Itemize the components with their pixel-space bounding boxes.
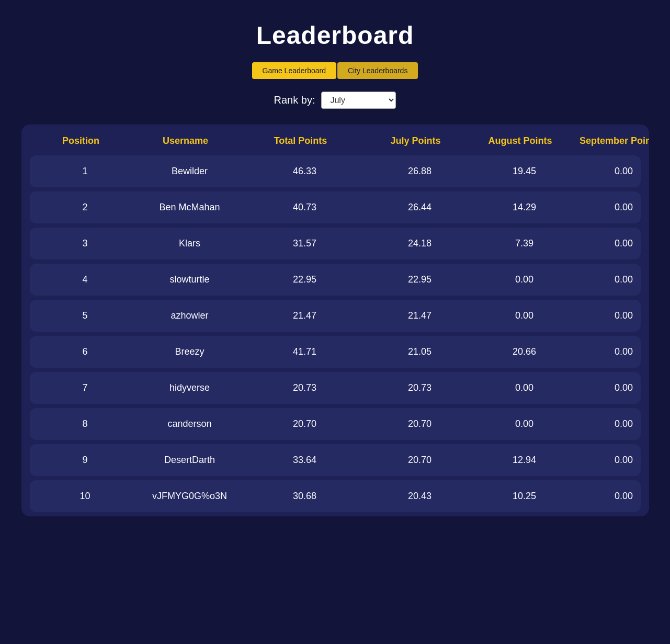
cell-position: 8 — [38, 419, 132, 430]
cell-position: 10 — [38, 491, 132, 502]
table-row: 2Ben McMahan40.7326.4414.290.00 — [30, 191, 641, 223]
cell-july_points: 22.95 — [362, 274, 478, 285]
header-july-points: July Points — [358, 135, 473, 147]
cell-total_points: 20.70 — [247, 419, 362, 430]
cell-september_points: 0.00 — [572, 491, 649, 502]
header-position: Position — [34, 135, 128, 147]
tabs-container: Game Leaderboard City Leaderboards — [10, 62, 660, 79]
table-row: 1Bewilder46.3326.8819.450.00 — [30, 155, 641, 187]
cell-total_points: 22.95 — [247, 274, 362, 285]
table-row: 4slowturtle22.9522.950.000.00 — [30, 264, 641, 296]
tab-city-leaderboards[interactable]: City Leaderboards — [337, 62, 418, 79]
table-row: 8canderson20.7020.700.000.00 — [30, 408, 641, 440]
cell-september_points: 0.00 — [572, 346, 649, 357]
header-september-points: September Points — [567, 135, 649, 147]
leaderboard-table: Position Username Total Points July Poin… — [21, 125, 649, 516]
header-total-points: Total Points — [243, 135, 358, 147]
cell-username: Ben McMahan — [132, 202, 247, 213]
cell-username: slowturtle — [132, 274, 247, 285]
cell-total_points: 41.71 — [247, 346, 362, 357]
cell-username: azhowler — [132, 310, 247, 321]
cell-september_points: 0.00 — [572, 202, 649, 213]
cell-total_points: 33.64 — [247, 455, 362, 466]
cell-july_points: 20.43 — [362, 491, 478, 502]
cell-august_points: 20.66 — [478, 346, 572, 357]
cell-july_points: 21.47 — [362, 310, 478, 321]
table-row: 10vJFMYG0G%o3N30.6820.4310.250.00 — [30, 480, 641, 512]
cell-august_points: 0.00 — [478, 310, 572, 321]
cell-july_points: 20.70 — [362, 419, 478, 430]
cell-september_points: 0.00 — [572, 419, 649, 430]
table-row: 6Breezy41.7121.0520.660.00 — [30, 336, 641, 368]
cell-total_points: 20.73 — [247, 382, 362, 393]
cell-august_points: 7.39 — [478, 238, 572, 249]
cell-total_points: 40.73 — [247, 202, 362, 213]
cell-total_points: 30.68 — [247, 491, 362, 502]
cell-september_points: 0.00 — [572, 238, 649, 249]
table-row: 3Klars31.5724.187.390.00 — [30, 228, 641, 259]
cell-position: 6 — [38, 346, 132, 357]
rank-by-label: Rank by: — [274, 94, 315, 106]
cell-july_points: 21.05 — [362, 346, 478, 357]
cell-july_points: 20.70 — [362, 455, 478, 466]
cell-august_points: 10.25 — [478, 491, 572, 502]
cell-username: vJFMYG0G%o3N — [132, 491, 247, 502]
cell-username: DesertDarth — [132, 455, 247, 466]
cell-position: 4 — [38, 274, 132, 285]
cell-position: 3 — [38, 238, 132, 249]
cell-username: canderson — [132, 419, 247, 430]
cell-august_points: 19.45 — [478, 166, 572, 177]
cell-position: 7 — [38, 382, 132, 393]
table-row: 5azhowler21.4721.470.000.00 — [30, 300, 641, 332]
cell-september_points: 0.00 — [572, 382, 649, 393]
cell-september_points: 0.00 — [572, 310, 649, 321]
table-row: 9DesertDarth33.6420.7012.940.00 — [30, 444, 641, 476]
cell-september_points: 0.00 — [572, 166, 649, 177]
cell-position: 1 — [38, 166, 132, 177]
cell-august_points: 0.00 — [478, 274, 572, 285]
cell-august_points: 0.00 — [478, 419, 572, 430]
cell-username: Breezy — [132, 346, 247, 357]
cell-august_points: 0.00 — [478, 382, 572, 393]
cell-august_points: 14.29 — [478, 202, 572, 213]
cell-username: Klars — [132, 238, 247, 249]
cell-july_points: 20.73 — [362, 382, 478, 393]
cell-total_points: 46.33 — [247, 166, 362, 177]
cell-july_points: 24.18 — [362, 238, 478, 249]
cell-august_points: 12.94 — [478, 455, 572, 466]
cell-position: 2 — [38, 202, 132, 213]
cell-total_points: 21.47 — [247, 310, 362, 321]
cell-username: hidyverse — [132, 382, 247, 393]
cell-july_points: 26.44 — [362, 202, 478, 213]
header-username: Username — [128, 135, 243, 147]
header-august-points: August Points — [473, 135, 567, 147]
cell-july_points: 26.88 — [362, 166, 478, 177]
table-header: Position Username Total Points July Poin… — [26, 125, 645, 155]
cell-september_points: 0.00 — [572, 455, 649, 466]
cell-position: 9 — [38, 455, 132, 466]
table-row: 7hidyverse20.7320.730.000.00 — [30, 372, 641, 404]
cell-position: 5 — [38, 310, 132, 321]
rank-by-row: Rank by: July August September Total — [10, 92, 660, 109]
page-title: Leaderboard — [10, 21, 660, 50]
table-body: 1Bewilder46.3326.8819.450.002Ben McMahan… — [26, 155, 645, 512]
tab-game-leaderboard[interactable]: Game Leaderboard — [252, 62, 336, 79]
rank-by-select[interactable]: July August September Total — [321, 92, 396, 109]
cell-username: Bewilder — [132, 166, 247, 177]
cell-september_points: 0.00 — [572, 274, 649, 285]
cell-total_points: 31.57 — [247, 238, 362, 249]
